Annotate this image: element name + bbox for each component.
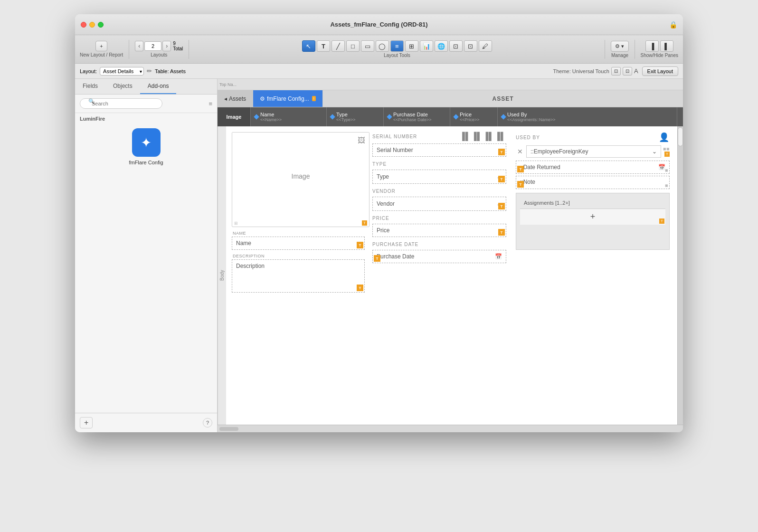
theme-icon-2[interactable]: ⊡ — [623, 67, 632, 76]
remove-employee-button[interactable]: ✕ — [516, 147, 524, 156]
description-field[interactable]: Description T — [232, 259, 365, 293]
manage-button[interactable]: ⚙ ▾ — [611, 41, 628, 52]
type-value: Type — [377, 173, 389, 180]
addon-name-label: fmFlare Config — [129, 160, 163, 165]
fields-tab[interactable]: Fields — [75, 79, 105, 94]
image-label: Image — [292, 172, 310, 180]
button-tool-2[interactable]: ⊡ — [464, 40, 477, 52]
font-size-icon: A — [634, 67, 638, 75]
show-hide-label: Show/Hide Panes — [641, 53, 679, 58]
canvas-area: Top Na... ◂ Assets ⚙ fmFlare Config... !… — [218, 79, 683, 432]
eyedropper-tool[interactable]: 🖊 — [479, 40, 492, 52]
col-usedby-diamond — [501, 114, 506, 119]
date-returned-field[interactable]: ::Date Returned 📅 T ◼ — [516, 161, 670, 174]
theme-label: Theme: Universal Touch — [553, 68, 609, 74]
name-field[interactable]: Name T — [232, 237, 365, 250]
lock-icon: 🔒 — [669, 21, 677, 28]
asset-label: ASSET — [492, 95, 513, 102]
serial-section-header: SERIAL NUMBER ▐▌▐▌▐▌▐▌ — [372, 132, 506, 141]
col-usedby: Used By <<Assignments::Name>> — [498, 107, 677, 126]
next-layout-button[interactable]: › — [162, 41, 171, 51]
horizontal-scrollbar[interactable] — [219, 427, 238, 431]
purchase-date-label: PURCHASE DATE — [372, 242, 418, 247]
layouts-label: Layouts — [151, 52, 167, 57]
divider-4 — [635, 40, 635, 59]
text-tool-button[interactable]: T — [317, 40, 330, 52]
rect-tool-button[interactable]: □ — [346, 40, 360, 52]
vertical-scrollbar[interactable] — [677, 126, 683, 425]
web-viewer-tool[interactable]: 🌐 — [435, 40, 448, 52]
used-by-header: USED BY 👤 — [516, 132, 670, 142]
search-bar: 🔍 ≡ — [75, 95, 217, 113]
col-price-diamond — [453, 114, 458, 119]
plus-icon: + — [100, 43, 103, 49]
serial-field[interactable]: Serial Number T — [372, 143, 506, 157]
objects-tab[interactable]: Objects — [105, 79, 140, 94]
type-field[interactable]: Type ⌄ T — [372, 170, 506, 184]
employee-value: ::EmployeeForeignKey — [531, 148, 588, 155]
page-input[interactable] — [144, 41, 161, 51]
description-value: Description — [236, 263, 265, 269]
serial-label: SERIAL NUMBER — [372, 134, 417, 139]
col-image-label: Image — [227, 114, 242, 120]
exit-layout-button[interactable]: Exit Layout — [642, 66, 678, 76]
new-layout-label: New Layout / Report — [80, 52, 123, 57]
search-icon: 🔍 — [88, 98, 95, 104]
nav-section: ‹ › 9 Total Layouts — [135, 41, 183, 57]
vendor-label: VENDOR — [372, 189, 396, 194]
field-tool-button[interactable]: ≡ — [390, 40, 404, 52]
prev-layout-button[interactable]: ‹ — [135, 41, 143, 51]
col-purchase-content: Purchase Date <<Purchase Date>> — [393, 112, 432, 122]
theme-icon-1[interactable]: ⊡ — [611, 67, 621, 76]
button-tool-1[interactable]: ⊡ — [449, 40, 463, 52]
rounded-rect-tool[interactable]: ▭ — [361, 40, 374, 52]
list-icon[interactable]: ≡ — [208, 100, 212, 107]
help-button[interactable]: ? — [203, 418, 212, 428]
back-arrow-icon: ◂ — [224, 95, 227, 102]
name-field-group: NAME Name T — [232, 231, 365, 250]
layout-dropdown[interactable]: Asset Details — [100, 67, 144, 76]
image-field[interactable]: 🖼 Image ⊞ T — [232, 132, 370, 227]
price-field[interactable]: Price T — [372, 224, 506, 237]
col-type-content: Type <<Type>> — [336, 112, 356, 122]
left-panel: Fields Objects Add-ons 🔍 ≡ LuminFire ✦ f… — [75, 79, 218, 432]
addon-icon-wrap[interactable]: ✦ — [132, 128, 161, 157]
select-tool-button[interactable]: ↖ — [302, 40, 315, 52]
page-total: 9 Total — [173, 41, 183, 51]
right-pane-button[interactable]: ▌ — [660, 40, 673, 52]
edit-layout-icon[interactable]: ✏ — [147, 67, 152, 75]
assets-tab[interactable]: ◂ Assets — [218, 90, 253, 107]
add-button[interactable]: + — [80, 417, 93, 428]
col-name-content: Name <<Name>> — [260, 112, 282, 122]
chart-tool-button[interactable]: 📊 — [420, 40, 433, 52]
layout-tools-buttons: ↖ T ╱ □ ▭ ◯ ≡ ⊞ 📊 🌐 ⊡ ⊡ 🖊 — [302, 40, 492, 52]
type-label: TYPE — [372, 162, 387, 167]
maximize-button[interactable] — [98, 22, 104, 28]
left-pane-button[interactable]: ▐ — [645, 40, 659, 52]
purchase-date-value: Purchase Date — [377, 253, 414, 260]
purchase-date-field[interactable]: Purchase Date 📅 T — [372, 250, 506, 263]
mid-section: SERIAL NUMBER ▐▌▐▌▐▌▐▌ Serial Number T T… — [370, 132, 508, 419]
image-resize-handle: ⊞ T — [232, 219, 369, 227]
portal-tool-button[interactable]: ⊞ — [405, 40, 418, 52]
col-type-diamond — [330, 114, 335, 119]
add-assignment-button[interactable]: + T — [520, 209, 665, 225]
close-button[interactable] — [81, 22, 86, 28]
note-field[interactable]: ::Note T ◼ — [516, 176, 670, 189]
body-canvas: Body 🖼 Image ⊞ T — [218, 126, 683, 425]
fmflare-tab[interactable]: ⚙ fmFlare Config... ! — [253, 90, 323, 107]
addons-tab[interactable]: Add-ons — [140, 79, 177, 94]
line-tool-button[interactable]: ╱ — [332, 40, 345, 52]
description-field-label: DESCRIPTION — [232, 254, 365, 258]
left-form-section: 🖼 Image ⊞ T NAME — [232, 132, 365, 419]
assets-tab-label: Assets — [229, 95, 246, 102]
scroll-thumb[interactable] — [678, 127, 683, 146]
employee-field[interactable]: ::EmployeeForeignKey ⌄ — [526, 145, 661, 158]
new-layout-button[interactable]: + — [95, 41, 107, 51]
oval-tool-button[interactable]: ◯ — [376, 40, 389, 52]
purchase-date-field-group: Purchase Date 📅 T — [372, 250, 506, 263]
new-layout-section: + New Layout / Report — [80, 41, 123, 57]
minimize-button[interactable] — [89, 22, 95, 28]
col-type: Type <<Type>> — [327, 107, 384, 126]
vendor-field[interactable]: Vendor ⌄ T — [372, 197, 506, 211]
